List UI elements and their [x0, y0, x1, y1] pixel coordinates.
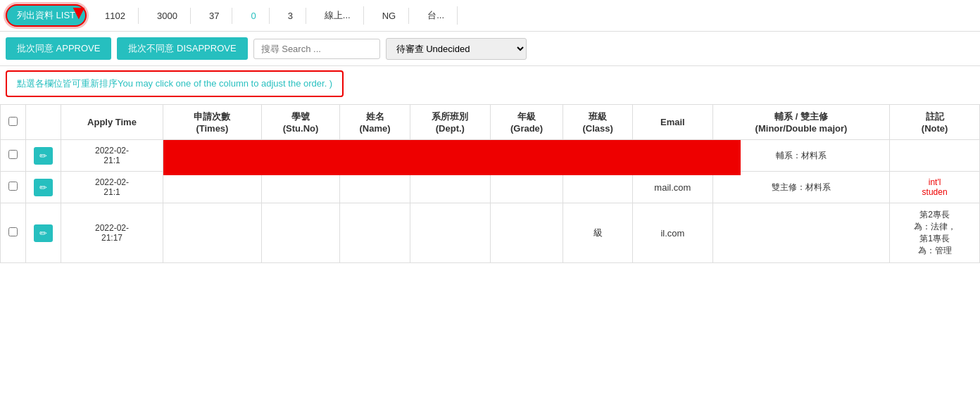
- row1-redact-times: [163, 140, 261, 172]
- th-stu-no[interactable]: 學號(Stu.No): [261, 105, 339, 140]
- stat-3: 3: [275, 8, 306, 24]
- th-minor[interactable]: 輔系 / 雙主修(Minor/Double major): [712, 105, 889, 140]
- row2-times: [163, 172, 261, 203]
- row1-checkbox[interactable]: [1, 140, 26, 172]
- row3-note: 第2專長為：法律，第1專長為：管理: [890, 203, 980, 263]
- row3-time: 2022-02-21:17: [61, 203, 163, 263]
- row2-checkbox[interactable]: [1, 172, 26, 203]
- notice-row: 點選各欄位皆可重新排序You may click one of the colu…: [0, 66, 980, 101]
- row2-stu: [261, 172, 339, 203]
- stat-line: 線上...: [312, 6, 364, 25]
- row2-email: mail.com: [632, 172, 712, 203]
- row1-check[interactable]: [8, 150, 18, 159]
- search-input[interactable]: [253, 39, 380, 59]
- row3-edit: ✏: [26, 203, 61, 263]
- row2-edit-button[interactable]: ✏: [34, 179, 53, 196]
- stat-3000: 3000: [144, 8, 191, 24]
- row2-class: [563, 172, 633, 203]
- row3-check[interactable]: [8, 227, 18, 236]
- table-wrapper: Apply Time 申請次數(Times) 學號(Stu.No) 姓名(Nam…: [0, 104, 980, 263]
- row3-grade: [490, 203, 563, 263]
- table-row: ✏ 2022-02-21:1 mail.com 雙主修：材料系 int'lstu…: [1, 172, 980, 203]
- th-class[interactable]: 班級(Class): [563, 105, 633, 140]
- row1-edit-button[interactable]: ✏: [34, 147, 53, 165]
- th-name[interactable]: 姓名(Name): [340, 105, 410, 140]
- select-all-checkbox[interactable]: [8, 117, 18, 126]
- row2-note: int'lstuden: [890, 172, 980, 203]
- th-apply-time[interactable]: Apply Time: [61, 105, 163, 140]
- row3-class: 級: [563, 203, 633, 263]
- row3-times: [163, 203, 261, 263]
- row2-edit: ✏: [26, 172, 61, 203]
- row2-time: 2022-02-21:1: [61, 172, 163, 203]
- list-button[interactable]: 列出資料 LIST: [6, 4, 87, 27]
- stat-0[interactable]: 0: [238, 8, 269, 24]
- row3-dept: [410, 203, 491, 263]
- row2-name: [340, 172, 410, 203]
- th-edit: [26, 105, 61, 140]
- status-select[interactable]: 待審查 Undecided 同意 Approved 不同意 Disapprove…: [386, 38, 527, 60]
- table-row: ✏ 2022-02-21:1 ail.com 輔系：材料系: [1, 140, 980, 172]
- stat-tw: 台...: [415, 6, 458, 25]
- top-row: 列出資料 LIST ▼ 1102 3000 37 0 3 線上... NG 台.…: [0, 0, 980, 32]
- row3-edit-button[interactable]: ✏: [34, 224, 53, 242]
- stat-1102: 1102: [92, 8, 139, 24]
- table-row: ✏ 2022-02-21:17 級 il.com 第2專長為：法律，第1專長為：…: [1, 203, 980, 263]
- row2-dept: [410, 172, 491, 203]
- list-button-container: 列出資料 LIST ▼: [6, 4, 87, 27]
- row1-note: [890, 140, 980, 172]
- main-table: Apply Time 申請次數(Times) 學號(Stu.No) 姓名(Nam…: [0, 104, 980, 263]
- th-grade[interactable]: 年級(Grade): [490, 105, 563, 140]
- th-times[interactable]: 申請次數(Times): [163, 105, 261, 140]
- th-checkbox: [1, 105, 26, 140]
- action-row: 批次同意 APPROVE 批次不同意 DISAPPROVE 待審查 Undeci…: [0, 32, 980, 66]
- row1-edit: ✏: [26, 140, 61, 172]
- notice-text: 點選各欄位皆可重新排序You may click one of the colu…: [6, 70, 344, 97]
- row2-grade: [490, 172, 563, 203]
- row3-name: [340, 203, 410, 263]
- table-header-row: Apply Time 申請次數(Times) 學號(Stu.No) 姓名(Nam…: [1, 105, 980, 140]
- th-dept[interactable]: 系所班別(Dept.): [410, 105, 491, 140]
- row3-minor: [712, 203, 889, 263]
- approve-button[interactable]: 批次同意 APPROVE: [6, 37, 111, 60]
- row2-check[interactable]: [8, 182, 18, 191]
- row3-email: il.com: [632, 203, 712, 263]
- row1-time: 2022-02-21:1: [61, 140, 163, 172]
- disapprove-button[interactable]: 批次不同意 DISAPPROVE: [117, 37, 247, 60]
- row3-checkbox[interactable]: [1, 203, 26, 263]
- row2-minor: 雙主修：材料系: [712, 172, 889, 203]
- row3-stu: [261, 203, 339, 263]
- stat-37: 37: [196, 8, 232, 24]
- stat-ng: NG: [370, 8, 410, 24]
- th-note[interactable]: 註記(Note): [890, 105, 980, 140]
- th-email[interactable]: Email: [632, 105, 712, 140]
